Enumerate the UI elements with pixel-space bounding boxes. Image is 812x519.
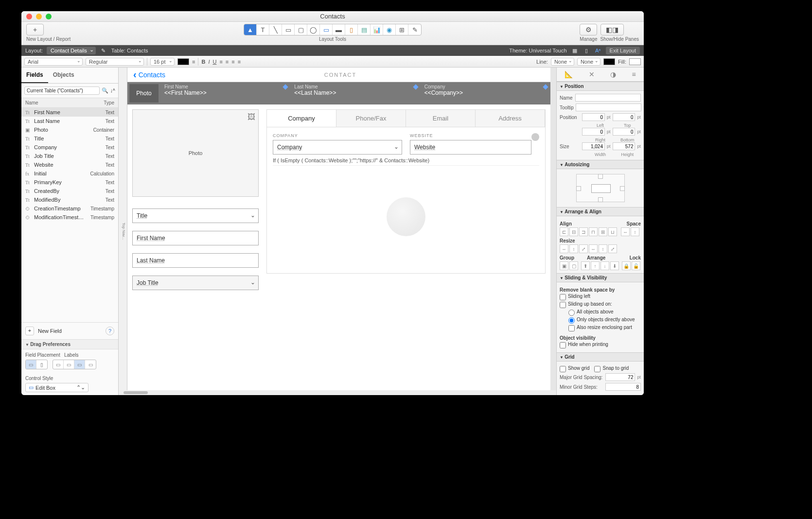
space-h[interactable]: ↔ xyxy=(621,227,630,236)
line-style-select[interactable]: None xyxy=(577,58,600,66)
align-left-button[interactable]: ≡ xyxy=(219,59,222,65)
layout-canvas[interactable]: Contacts CONTACT Photo First Name <<Firs… xyxy=(127,68,550,391)
oval-tool[interactable]: ◯ xyxy=(307,24,320,35)
globe-icon[interactable] xyxy=(531,133,539,141)
tab-objects[interactable]: Objects xyxy=(48,68,79,83)
section-autosizing[interactable]: Autosizing xyxy=(557,160,644,169)
align-bottom[interactable]: ⊔ xyxy=(608,227,617,236)
italic-button[interactable]: I xyxy=(208,59,210,65)
company-field[interactable]: Company ⌄ xyxy=(273,140,402,155)
inspector-tab-styles[interactable]: ✕ xyxy=(589,70,595,78)
a-icon[interactable]: Aᵃ xyxy=(594,48,602,54)
align-justify-button[interactable]: ≡ xyxy=(238,59,241,65)
rounded-rect-tool[interactable]: ▢ xyxy=(295,24,307,35)
help-icon[interactable]: ? xyxy=(106,327,114,335)
placement-v[interactable]: ▯ xyxy=(36,360,47,369)
hide-print-check[interactable] xyxy=(560,342,566,348)
major-grid-input[interactable] xyxy=(605,373,635,381)
table-selector[interactable]: Current Table ("Contacts") xyxy=(24,86,100,95)
style-select[interactable]: Regular xyxy=(86,58,144,66)
send-back[interactable]: ⬇ xyxy=(610,261,619,270)
label-inside[interactable]: ▭ xyxy=(85,360,96,369)
layout-dropdown[interactable]: Contact Details xyxy=(47,47,96,54)
drag-prefs-header[interactable]: Drag Preferences xyxy=(21,339,118,349)
manage-button[interactable]: ⚙ xyxy=(580,24,597,35)
pos-right[interactable] xyxy=(582,128,605,136)
control-style-select[interactable]: ▭ Edit Box ⌃⌄ xyxy=(25,383,88,392)
size-select[interactable]: 16 pt xyxy=(150,58,175,66)
section-grid[interactable]: Grid xyxy=(557,352,644,362)
format-painter-tool[interactable]: ✎ xyxy=(408,24,421,35)
field-row[interactable]: fxInitialCalculation xyxy=(21,169,118,178)
header-col-lastname[interactable]: Last Name <<Last Name>> xyxy=(290,82,420,104)
fill-color-swatch[interactable] xyxy=(629,58,641,65)
width-input[interactable] xyxy=(582,142,605,150)
text-tool[interactable]: T xyxy=(257,24,269,35)
sliding-up-check[interactable] xyxy=(560,302,566,308)
field-row[interactable]: TtCreatedByText xyxy=(21,187,118,195)
tooltip-input[interactable] xyxy=(576,104,641,111)
autosize-control[interactable] xyxy=(576,174,625,202)
part-tool[interactable]: ⊞ xyxy=(396,24,408,35)
header-col-company[interactable]: Company <<Company>> xyxy=(421,82,550,104)
only-objects-radio[interactable] xyxy=(568,317,575,324)
align-center-v[interactable]: ⊞ xyxy=(599,227,607,236)
align-right-button[interactable]: ≡ xyxy=(231,59,234,65)
all-objects-radio[interactable] xyxy=(568,310,575,316)
zoom-button[interactable] xyxy=(46,14,52,19)
website-field[interactable]: Website xyxy=(410,140,531,155)
align-left[interactable]: ⊏ xyxy=(560,227,568,236)
align-center-h[interactable]: ⊟ xyxy=(569,227,578,236)
anchor-bottom[interactable] xyxy=(598,197,603,202)
unlock-button[interactable]: 🔓 xyxy=(632,261,640,270)
field-row[interactable]: TtPrimaryKeyText xyxy=(21,178,118,187)
theme-picker-icon[interactable]: ▦ xyxy=(571,48,579,54)
field-row[interactable]: TtWebsiteText xyxy=(21,160,118,169)
section-position[interactable]: Position xyxy=(557,82,644,91)
tab-address[interactable]: Address xyxy=(476,110,545,127)
field-tool[interactable]: ▭ xyxy=(320,24,333,35)
back-link[interactable]: Contacts xyxy=(133,69,165,80)
sliding-left-check[interactable] xyxy=(560,294,566,300)
name-input[interactable] xyxy=(575,94,641,102)
search-icon[interactable]: 🔍 xyxy=(102,87,108,94)
field-row[interactable]: ⏲CreationTimestampTimestamp xyxy=(21,204,118,213)
also-resize-check[interactable] xyxy=(568,325,575,331)
anchor-right[interactable] xyxy=(620,186,625,191)
panes-button[interactable]: ◧◨ xyxy=(600,24,624,35)
chart-tool[interactable]: 📊 xyxy=(371,24,383,35)
add-field-button[interactable]: + xyxy=(25,327,34,335)
bring-forward[interactable]: ↑ xyxy=(591,261,600,270)
exit-layout-button[interactable]: Exit Layout xyxy=(606,47,640,54)
inspector-tab-data[interactable]: ≡ xyxy=(632,70,636,78)
title-field[interactable]: Title ⌄ xyxy=(132,208,259,223)
photo-header-label[interactable]: Photo xyxy=(129,84,159,103)
section-sliding[interactable]: Sliding & Visibility xyxy=(557,273,644,282)
label-none[interactable]: ▭ xyxy=(53,360,64,369)
space-v[interactable]: ↕ xyxy=(631,227,639,236)
pencil-icon[interactable]: ✎ xyxy=(643,105,644,110)
line-color-swatch[interactable] xyxy=(603,58,615,65)
tab-fields[interactable]: Fields xyxy=(21,68,48,83)
ungroup-button[interactable]: ▢ xyxy=(569,261,578,270)
webviewer-tool[interactable]: ◉ xyxy=(383,24,396,35)
part-topnav[interactable]: Top Nav... xyxy=(121,68,127,395)
tab-tool[interactable]: ▯ xyxy=(345,24,358,35)
h-scrollbar[interactable] xyxy=(119,390,556,395)
tab-company[interactable]: Company xyxy=(267,110,336,127)
lock-button[interactable]: 🔒 xyxy=(622,261,631,270)
send-backward[interactable]: ↓ xyxy=(600,261,609,270)
field-row[interactable]: TtLast NameText xyxy=(21,117,118,125)
text-color-swatch[interactable] xyxy=(177,58,189,65)
rect-tool[interactable]: ▭ xyxy=(282,24,295,35)
portal-tool[interactable]: ▤ xyxy=(358,24,371,35)
tab-email[interactable]: Email xyxy=(406,110,476,127)
field-row[interactable]: TtJob TitleText xyxy=(21,152,118,160)
field-row[interactable]: ⏲ModificationTimesta...Timestamp xyxy=(21,213,118,222)
anchor-left[interactable] xyxy=(576,186,581,191)
align-button[interactable]: ≡ xyxy=(192,59,195,65)
placement-h[interactable]: ▭ xyxy=(26,360,36,369)
group-button[interactable]: ▣ xyxy=(560,261,568,270)
jobtitle-field[interactable]: Job Title ⌄ xyxy=(132,276,259,290)
field-row[interactable]: TtModifiedByText xyxy=(21,195,118,204)
